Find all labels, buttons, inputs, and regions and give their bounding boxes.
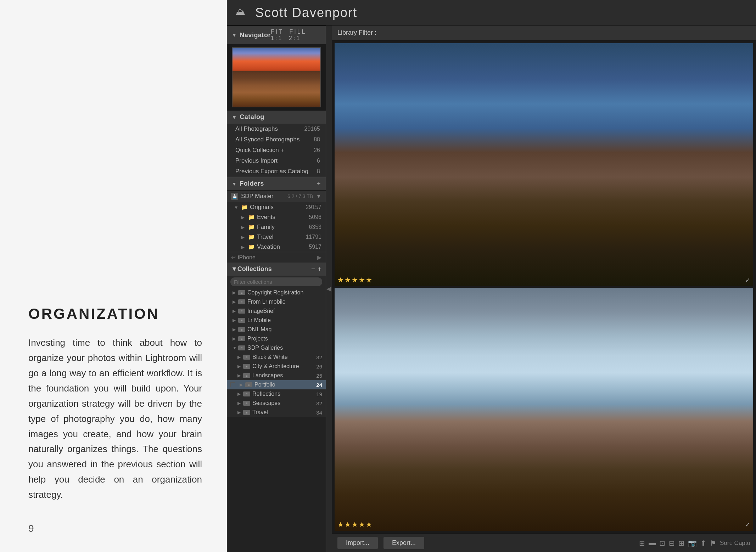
family-arrow: ▶ <box>241 225 246 230</box>
coll-reflections-label: Reflections <box>252 391 312 397</box>
catalog-items: All Photographs 29165 All Synced Photogr… <box>227 124 326 177</box>
coll-copyright-arrow: ▶ <box>233 290 237 295</box>
coll-city[interactable]: ▶ ≡ City & Architecture 26 <box>227 362 326 371</box>
catalog-header[interactable]: ▼ Catalog <box>227 110 326 124</box>
coll-lr-mobile[interactable]: ▶ ≡ From Lr mobile <box>227 297 326 306</box>
catalog-quick-collection[interactable]: Quick Collection + 26 <box>227 145 326 156</box>
compare-icon[interactable]: ⊟ <box>669 539 675 547</box>
page-number: 9 <box>28 523 34 534</box>
catalog-synced-count: 88 <box>314 136 320 143</box>
develop-icon[interactable]: ⬆ <box>700 539 706 547</box>
import-button[interactable]: Import... <box>337 537 378 549</box>
filmstrip-icon[interactable]: ▬ <box>649 539 656 547</box>
events-folder-icon: 📁 <box>248 214 255 220</box>
coll-imagebrief-label: ImageBrief <box>247 308 312 314</box>
photo-beach[interactable]: ★★★★★ ✓ <box>335 288 753 531</box>
folder-vacation[interactable]: ▶ 📁 Vacation 5917 <box>227 242 326 252</box>
coll-sdp-icon: ≡ <box>238 345 245 350</box>
folders-header[interactable]: ▼ Folders + <box>227 177 326 190</box>
fill-label[interactable]: FILL <box>289 29 306 35</box>
events-count: 5096 <box>309 214 321 220</box>
coll-sdp-arrow: ▼ <box>233 345 237 350</box>
photo-area: Library Filter : ★★★★★ ✓ ★★★★★ ✓ <box>332 26 756 552</box>
catalog-all-photos-label: All Photographs <box>235 125 304 133</box>
coll-lr-mobile-set[interactable]: ▶ ≡ Lr Mobile <box>227 316 326 325</box>
flagging-icon[interactable]: ⚑ <box>710 539 716 547</box>
two-one-label[interactable]: 2:1 <box>289 35 301 41</box>
coll-sdp-galleries[interactable]: ▼ ≡ SDP Galleries <box>227 343 326 353</box>
coll-lr-mobile-set-label: Lr Mobile <box>247 317 312 323</box>
coll-portfolio-icon: ≡ <box>245 382 252 387</box>
coll-reflections[interactable]: ▶ ≡ Reflections 19 <box>227 389 326 399</box>
coll-portfolio-count: 24 <box>312 382 322 388</box>
collections-header[interactable]: ▼ Collections − + <box>227 263 326 276</box>
folder-events[interactable]: ▶ 📁 Events 5096 <box>227 212 326 222</box>
coll-city-icon: ≡ <box>243 364 250 369</box>
collections-plus[interactable]: + <box>318 265 321 273</box>
coll-projects[interactable]: ▶ ≡ Projects <box>227 334 326 343</box>
coll-travel[interactable]: ▶ ≡ Travel 34 <box>227 408 326 417</box>
folder-travel[interactable]: ▶ 📁 Travel 11791 <box>227 232 326 242</box>
coll-sdp-label: SDP Galleries <box>247 345 312 351</box>
originals-folder-icon: 📁 <box>241 204 248 210</box>
coll-seascapes[interactable]: ▶ ≡ Seascapes 32 <box>227 399 326 408</box>
coll-bw[interactable]: ▶ ≡ Black & White 32 <box>227 353 326 362</box>
coll-on1mag[interactable]: ▶ ≡ ON1 Mag <box>227 325 326 334</box>
coll-projects-icon: ≡ <box>238 336 245 341</box>
app-title: Scott Davenport <box>255 5 357 20</box>
fit-label[interactable]: FIT <box>271 29 284 35</box>
catalog-quick-label: Quick Collection + <box>235 147 314 154</box>
coll-portfolio-checkbox[interactable] <box>230 382 235 387</box>
vacation-arrow: ▶ <box>241 244 246 250</box>
vacation-count: 5917 <box>309 244 321 250</box>
coll-on1mag-label: ON1 Mag <box>247 326 312 333</box>
sort-label[interactable]: Sort: Captu <box>720 540 750 547</box>
coll-imagebrief-icon: ≡ <box>238 309 245 314</box>
navigator-header[interactable]: ▼ Navigator FIT FILL 1:1 2:1 <box>227 26 326 44</box>
collapse-handle[interactable]: ◀ <box>326 26 332 552</box>
travel-folder-icon: 📁 <box>248 234 255 240</box>
folder-originals[interactable]: ▼ 📁 Originals 29157 <box>227 202 326 212</box>
events-arrow: ▶ <box>241 215 246 220</box>
travel-label: Travel <box>257 233 306 241</box>
folders-items: 💾 SDP Master 6.2 / 7.3 TB ▼ ▼ 📁 Original… <box>227 190 326 263</box>
coll-portfolio[interactable]: ▶ ≡ Portfolio 24 <box>227 380 326 389</box>
navigator-image <box>232 47 321 107</box>
photo-coastal[interactable]: ★★★★★ ✓ <box>335 43 753 286</box>
coll-landscapes[interactable]: ▶ ≡ Landscapes 25 <box>227 371 326 380</box>
catalog-all-photographs[interactable]: All Photographs 29165 <box>227 124 326 134</box>
coll-lr-mobile-set-arrow: ▶ <box>233 318 237 323</box>
coll-seascapes-count: 32 <box>312 400 322 406</box>
survey-icon[interactable]: ⊞ <box>678 539 684 547</box>
main-content: ▼ Navigator FIT FILL 1:1 2:1 ▼ Catalog <box>227 26 756 552</box>
drive-name: SDP Master <box>241 193 273 200</box>
coll-lr-mobile-arrow: ▶ <box>233 299 237 304</box>
navigator-controls[interactable]: FIT FILL 1:1 2:1 <box>271 29 321 41</box>
nav-sky <box>233 48 320 74</box>
folder-family[interactable]: ▶ 📁 Family 6353 <box>227 222 326 232</box>
nav-terrain <box>233 71 320 107</box>
export-button[interactable]: Export... <box>383 537 424 549</box>
coll-portfolio-label: Portfolio <box>254 382 312 388</box>
grid-icon[interactable]: ⊞ <box>639 539 645 547</box>
sidebar: ▼ Navigator FIT FILL 1:1 2:1 ▼ Catalog <box>227 26 326 552</box>
photo-row-top: ★★★★★ ✓ <box>335 43 753 286</box>
travel-folder-arrow: ▶ <box>241 235 246 240</box>
catalog-prev-export[interactable]: Previous Export as Catalog 8 <box>227 166 326 177</box>
folders-add-icon[interactable]: + <box>317 180 321 187</box>
coll-bw-icon: ≡ <box>243 355 250 360</box>
catalog-prev-import[interactable]: Previous Import 6 <box>227 156 326 166</box>
catalog-synced[interactable]: All Synced Photographs 88 <box>227 134 326 145</box>
one-one-label[interactable]: 1:1 <box>271 35 283 41</box>
collections-minus[interactable]: − <box>311 265 315 273</box>
coll-imagebrief[interactable]: ▶ ≡ ImageBrief <box>227 306 326 316</box>
originals-arrow: ▼ <box>234 205 239 210</box>
folder-drive[interactable]: 💾 SDP Master 6.2 / 7.3 TB ▼ <box>227 190 326 202</box>
iphone-row[interactable]: ↩ iPhone ▶ <box>227 252 326 263</box>
collections-search-input[interactable] <box>230 277 322 286</box>
coll-seascapes-icon: ≡ <box>243 401 250 406</box>
camera-icon[interactable]: 📷 <box>688 539 697 547</box>
loupe-icon[interactable]: ⊡ <box>659 539 665 547</box>
coll-copyright[interactable]: ▶ ≡ Copyright Registration <box>227 288 326 297</box>
navigator-preview <box>227 44 326 110</box>
